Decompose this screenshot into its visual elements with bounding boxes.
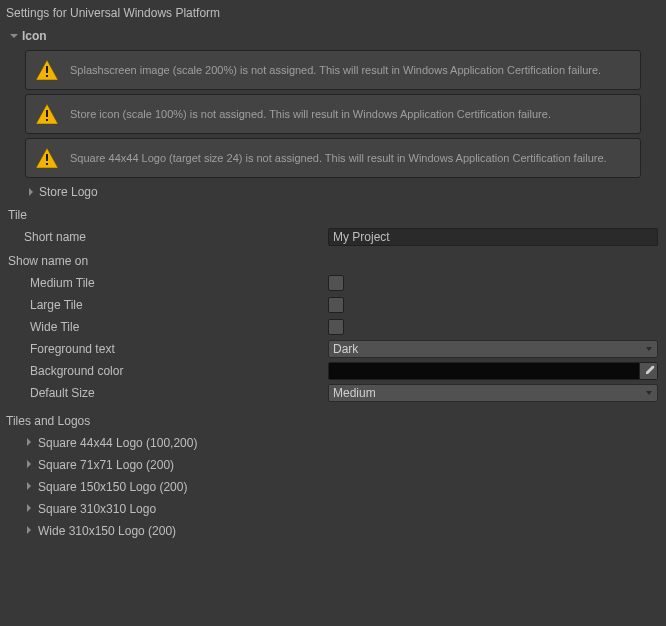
wide-tile-row: Wide Tile <box>0 316 666 338</box>
show-name-on-heading: Show name on <box>0 248 666 272</box>
foreground-text-label: Foreground text <box>24 342 328 356</box>
logo-foldout[interactable]: Square 44x44 Logo (100,200) <box>0 432 666 454</box>
svg-rect-1 <box>46 75 48 77</box>
eyedropper-button[interactable] <box>640 362 658 380</box>
medium-tile-checkbox[interactable] <box>328 275 344 291</box>
default-size-dropdown[interactable]: Medium <box>328 384 658 402</box>
svg-rect-5 <box>46 163 48 165</box>
logo-foldout[interactable]: Square 150x150 Logo (200) <box>0 476 666 498</box>
wide-tile-checkbox[interactable] <box>328 319 344 335</box>
wide-tile-label: Wide Tile <box>24 320 328 334</box>
store-logo-label: Store Logo <box>39 185 98 199</box>
logo-label: Square 150x150 Logo (200) <box>38 480 187 494</box>
default-size-value: Medium <box>333 386 376 400</box>
warning-box: Store icon (scale 100%) is not assigned.… <box>25 94 641 134</box>
warning-text: Store icon (scale 100%) is not assigned.… <box>70 107 551 122</box>
logo-label: Wide 310x150 Logo (200) <box>38 524 176 538</box>
chevron-right-icon <box>24 503 36 515</box>
logo-foldout[interactable]: Square 71x71 Logo (200) <box>0 454 666 476</box>
background-color-row: Background color <box>0 360 666 382</box>
medium-tile-label: Medium Tile <box>24 276 328 290</box>
tiles-and-logos-heading: Tiles and Logos <box>0 404 666 432</box>
tile-heading: Tile <box>0 202 666 226</box>
medium-tile-row: Medium Tile <box>0 272 666 294</box>
color-swatch[interactable] <box>328 362 640 380</box>
large-tile-row: Large Tile <box>0 294 666 316</box>
background-color-field[interactable] <box>328 362 658 380</box>
warning-text: Square 44x44 Logo (target size 24) is no… <box>70 151 607 166</box>
svg-rect-3 <box>46 119 48 121</box>
foreground-text-value: Dark <box>333 342 358 356</box>
logo-label: Square 71x71 Logo (200) <box>38 458 174 472</box>
chevron-right-icon <box>24 525 36 537</box>
warning-text: Splashscreen image (scale 200%) is not a… <box>70 63 601 78</box>
svg-point-6 <box>651 366 654 369</box>
short-name-label: Short name <box>24 230 328 244</box>
foreground-text-dropdown[interactable]: Dark <box>328 340 658 358</box>
warning-icon <box>34 145 60 171</box>
default-size-row: Default Size Medium <box>0 382 666 404</box>
short-name-row: Short name <box>0 226 666 248</box>
chevron-down-icon <box>8 30 20 42</box>
chevron-down-icon <box>645 345 653 353</box>
logo-foldout[interactable]: Wide 310x150 Logo (200) <box>0 520 666 542</box>
chevron-down-icon <box>645 389 653 397</box>
chevron-right-icon <box>24 459 36 471</box>
logo-foldout[interactable]: Square 310x310 Logo <box>0 498 666 520</box>
warning-box: Splashscreen image (scale 200%) is not a… <box>25 50 641 90</box>
large-tile-checkbox[interactable] <box>328 297 344 313</box>
chevron-right-icon <box>24 481 36 493</box>
svg-rect-2 <box>46 110 48 117</box>
store-logo-foldout[interactable]: Store Logo <box>0 182 666 202</box>
svg-rect-4 <box>46 154 48 161</box>
icon-section-label: Icon <box>22 29 47 43</box>
warning-icon <box>34 101 60 127</box>
warning-icon <box>34 57 60 83</box>
icon-foldout[interactable]: Icon <box>0 26 666 46</box>
default-size-label: Default Size <box>24 386 328 400</box>
page-title: Settings for Universal Windows Platform <box>0 0 666 26</box>
foreground-text-row: Foreground text Dark <box>0 338 666 360</box>
logo-label: Square 44x44 Logo (100,200) <box>38 436 197 450</box>
chevron-right-icon <box>24 437 36 449</box>
warning-box: Square 44x44 Logo (target size 24) is no… <box>25 138 641 178</box>
short-name-input[interactable] <box>328 228 658 246</box>
background-color-label: Background color <box>24 364 328 378</box>
svg-rect-0 <box>46 66 48 73</box>
chevron-right-icon <box>25 186 37 198</box>
icon-section: Icon Splashscreen image (scale 200%) is … <box>0 26 666 202</box>
logo-label: Square 310x310 Logo <box>38 502 156 516</box>
large-tile-label: Large Tile <box>24 298 328 312</box>
